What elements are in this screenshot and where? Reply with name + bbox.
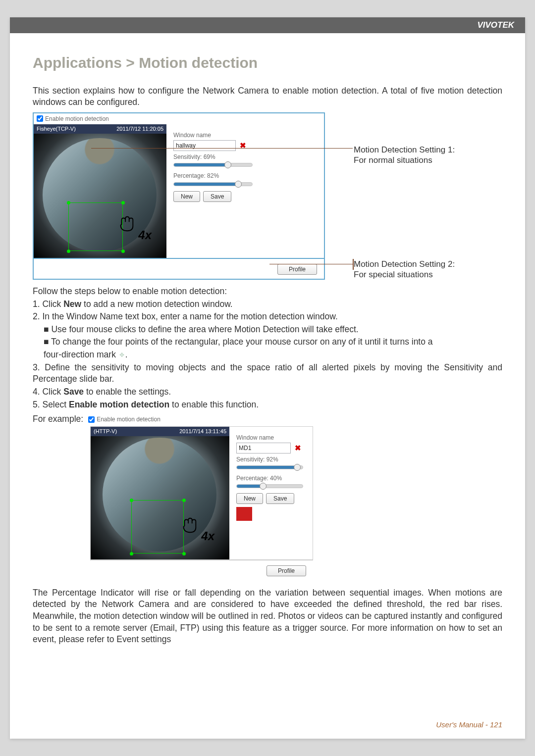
sensitivity-slider-2[interactable] [236,465,303,469]
example-enable-label: Enable motion detection [97,415,160,423]
sensitivity-slider[interactable] [173,163,253,167]
video-timestamp: 2011/7/12 11:20:05 [116,125,163,133]
percentage-label: Percentage: 82% [173,172,317,180]
step-5: 5. Select Enable motion detection to ena… [33,399,502,411]
figure-1: Enable motion detection Fisheye(TCP-V) 2… [33,112,325,280]
zoom-badge-2: 4x [201,528,214,544]
stream-name: Fisheye(TCP-V) [37,125,76,133]
sensitivity-label: Sensitivity: 69% [173,153,317,161]
example-lead: For example: Enable motion detection [33,413,502,425]
step-2: 2. In the Window Name text box, enter a … [33,311,502,323]
brand-header: VIVOTEK [10,17,525,33]
motion-settings-panel-2: Window name ✖ Sensitivity: 92% Percentag… [229,427,313,559]
delete-window-icon[interactable]: ✖ [239,141,247,151]
percentage-label-2: Percentage: 40% [236,474,306,482]
motion-settings-panel: Window name ✖ Sensitivity: 69% Percentag… [166,124,324,258]
profile-button-2[interactable]: Profile [267,565,306,576]
brand-name: VIVOTEK [477,20,514,30]
example-label: For example: [33,413,83,425]
step-1: 1. Click New to add a new motion detecti… [33,299,502,310]
save-button[interactable]: Save [203,191,231,202]
steps-intro: Follow the steps below to enable motion … [33,286,502,298]
annotation-1: Motion Detection Setting 1: For normal s… [354,145,487,166]
hand-cursor-icon [117,212,136,234]
video-preview-2[interactable]: (HTTP-V) 2011/7/14 13:11:45 4x [91,427,229,559]
annotation-line [91,148,353,149]
step-4: 4. Click Save to enable the settings. [33,386,502,398]
new-button[interactable]: New [173,191,200,202]
profile-button[interactable]: Profile [277,264,317,275]
percentage-slider[interactable] [173,182,253,186]
zoom-badge: 4x [138,227,152,243]
new-button-2[interactable]: New [236,493,263,504]
step-2-sub2b: four-direction mark ✥. [33,349,502,361]
explain-paragraph: The Percentage Indicator will rise or fa… [33,587,502,646]
move-cursor-icon: ✥ [118,351,125,359]
example-enable-checkbox[interactable] [88,416,95,423]
figure-2: (HTTP-V) 2011/7/14 13:11:45 4x Window [90,426,313,580]
window-name-input-2[interactable] [236,443,291,454]
video-preview[interactable]: Fisheye(TCP-V) 2011/7/12 11:20:05 4x [34,124,166,258]
annotation-2: Motion Detection Setting 2: For special … [354,259,487,280]
step-2-sub2a: ■ To change the four points of the recta… [33,336,502,348]
enable-motion-label: Enable motion detection [45,115,109,123]
enable-motion-checkbox[interactable] [37,115,43,122]
annotation-line [269,264,353,265]
stream-name-2: (HTTP-V) [94,428,117,435]
steps-block: Follow the steps below to enable motion … [33,286,502,410]
window-name-label: Window name [173,131,317,139]
window-name-input[interactable] [173,140,236,151]
intro-paragraph: This section explains how to configure t… [33,85,502,108]
page-footer: User's Manual - 121 [436,720,502,729]
video-timestamp-2: 2011/7/14 13:11:45 [179,428,226,435]
step-3: 3. Define the sensitivity to moving obje… [33,362,502,385]
sensitivity-label-2: Sensitivity: 92% [236,455,306,463]
hand-cursor-icon [180,514,199,536]
delete-window-icon-2[interactable]: ✖ [294,443,302,453]
motion-region-rect-2[interactable] [131,500,184,554]
motion-alert-indicator [236,507,252,521]
motion-region-rect[interactable] [68,202,123,251]
percentage-slider-2[interactable] [236,484,303,488]
save-button-2[interactable]: Save [266,493,294,504]
window-name-label-2: Window name [236,434,306,442]
step-2-sub1: ■ Use four mouse clicks to define the ar… [33,324,502,336]
page-title: Applications > Motion detection [33,53,502,73]
